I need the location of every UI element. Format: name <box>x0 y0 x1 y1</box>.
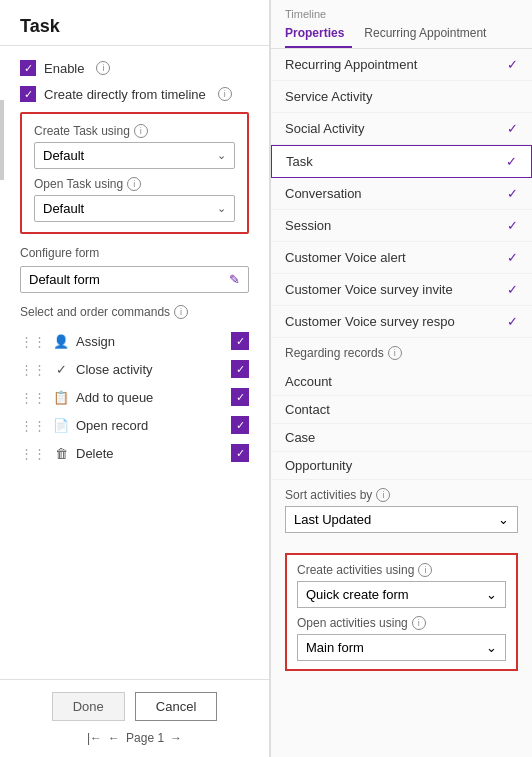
assign-drag-handle[interactable]: ⋮⋮ <box>20 334 46 349</box>
create-timeline-checkbox[interactable] <box>20 86 36 102</box>
session-checkmark: ✓ <box>507 218 518 233</box>
conversation-checkmark: ✓ <box>507 186 518 201</box>
cancel-button[interactable]: Cancel <box>135 692 217 721</box>
regarding-opportunity[interactable]: Opportunity <box>271 452 532 480</box>
open-activities-dropdown[interactable]: Main form ⌄ <box>297 634 506 661</box>
right-panel: Timeline Properties Recurring Appointmen… <box>270 0 532 757</box>
open-activities-info-icon[interactable]: i <box>412 616 426 630</box>
open-activities-value: Main form <box>306 640 364 655</box>
create-task-info-icon[interactable]: i <box>134 124 148 138</box>
enable-checkbox-row[interactable]: Enable i <box>20 60 249 76</box>
sort-info-icon[interactable]: i <box>376 488 390 502</box>
activity-social-activity[interactable]: Social Activity ✓ <box>271 113 532 145</box>
delete-check[interactable] <box>231 444 249 462</box>
social-checkmark: ✓ <box>507 121 518 136</box>
regarding-account[interactable]: Account <box>271 368 532 396</box>
sort-arrow: ⌄ <box>498 512 509 527</box>
open-record-check[interactable] <box>231 416 249 434</box>
recurring-checkmark: ✓ <box>507 57 518 72</box>
command-delete[interactable]: ⋮⋮ 🗑 Delete <box>20 439 249 467</box>
configure-form-row[interactable]: Default form ✎ <box>20 266 249 293</box>
cv-invite-checkmark: ✓ <box>507 282 518 297</box>
command-assign[interactable]: ⋮⋮ 👤 Assign <box>20 327 249 355</box>
cv-alert-checkmark: ✓ <box>507 250 518 265</box>
create-task-dropdown[interactable]: Default ⌄ <box>34 142 235 169</box>
create-timeline-info-icon[interactable]: i <box>218 87 232 101</box>
regarding-section: Regarding records i <box>271 338 532 368</box>
task-title: Task <box>0 0 269 46</box>
prev-page-arrow[interactable]: ← <box>108 731 120 745</box>
create-activities-label: Create activities using i <box>297 563 506 577</box>
enable-checkbox[interactable] <box>20 60 36 76</box>
right-panel-header: Timeline Properties Recurring Appointmen… <box>271 0 532 49</box>
activity-task[interactable]: Task ✓ <box>271 145 532 178</box>
activity-cv-invite[interactable]: Customer Voice survey invite ✓ <box>271 274 532 306</box>
close-activity-label: Close activity <box>76 362 225 377</box>
delete-drag-handle[interactable]: ⋮⋮ <box>20 446 46 461</box>
enable-info-icon[interactable]: i <box>96 61 110 75</box>
activity-name-cv-invite: Customer Voice survey invite <box>285 282 453 297</box>
open-activities-arrow: ⌄ <box>486 640 497 655</box>
activity-name-conversation: Conversation <box>285 186 362 201</box>
first-page-arrow[interactable]: |← <box>87 731 102 745</box>
regarding-info-icon[interactable]: i <box>388 346 402 360</box>
activity-conversation[interactable]: Conversation ✓ <box>271 178 532 210</box>
left-panel-body: Enable i Create directly from timeline i… <box>0 46 269 679</box>
left-panel: Task Enable i Create directly from timel… <box>0 0 270 757</box>
right-panel-body: Recurring Appointment ✓ Service Activity… <box>271 49 532 757</box>
close-activity-check[interactable] <box>231 360 249 378</box>
commands-section-label: Select and order commands i <box>20 305 249 319</box>
command-add-to-queue[interactable]: ⋮⋮ 📋 Add to queue <box>20 383 249 411</box>
open-record-drag-handle[interactable]: ⋮⋮ <box>20 418 46 433</box>
edit-icon[interactable]: ✎ <box>229 272 240 287</box>
cv-survey-checkmark: ✓ <box>507 314 518 329</box>
commands-info-icon[interactable]: i <box>174 305 188 319</box>
configure-form-label: Configure form <box>20 246 249 260</box>
activity-cv-alert[interactable]: Customer Voice alert ✓ <box>271 242 532 274</box>
create-activities-dropdown[interactable]: Quick create form ⌄ <box>297 581 506 608</box>
open-task-label: Open Task using i <box>34 177 235 191</box>
done-button[interactable]: Done <box>52 692 125 721</box>
command-open-record[interactable]: ⋮⋮ 📄 Open record <box>20 411 249 439</box>
enable-label: Enable <box>44 61 84 76</box>
activity-recurring-appointment[interactable]: Recurring Appointment ✓ <box>271 49 532 81</box>
command-close-activity[interactable]: ⋮⋮ ✓ Close activity <box>20 355 249 383</box>
activity-name-cv-survey: Customer Voice survey respo <box>285 314 455 329</box>
open-task-dropdown[interactable]: Default ⌄ <box>34 195 235 222</box>
regarding-contact[interactable]: Contact <box>271 396 532 424</box>
regarding-case[interactable]: Case <box>271 424 532 452</box>
activity-cv-survey[interactable]: Customer Voice survey respo ✓ <box>271 306 532 338</box>
open-activities-label: Open activities using i <box>297 616 506 630</box>
create-task-label: Create Task using i <box>34 124 235 138</box>
left-panel-footer: Done Cancel |← ← Page 1 → <box>0 679 269 757</box>
close-activity-icon: ✓ <box>52 362 70 377</box>
create-activities-value: Quick create form <box>306 587 409 602</box>
tab-recurring[interactable]: Recurring Appointment <box>364 22 494 48</box>
activities-form-config-box: Create activities using i Quick create f… <box>285 553 518 671</box>
activity-name-recurring: Recurring Appointment <box>285 57 417 72</box>
sort-dropdown[interactable]: Last Updated ⌄ <box>285 506 518 533</box>
next-page-arrow[interactable]: → <box>170 731 182 745</box>
sort-value: Last Updated <box>294 512 371 527</box>
sort-label: Sort activities by i <box>285 488 518 502</box>
close-activity-drag-handle[interactable]: ⋮⋮ <box>20 362 46 377</box>
activity-name-service: Service Activity <box>285 89 372 104</box>
edge-indicator <box>0 100 4 180</box>
add-queue-drag-handle[interactable]: ⋮⋮ <box>20 390 46 405</box>
delete-label: Delete <box>76 446 225 461</box>
tab-properties[interactable]: Properties <box>285 22 352 48</box>
create-activities-info-icon[interactable]: i <box>418 563 432 577</box>
open-task-info-icon[interactable]: i <box>127 177 141 191</box>
activity-name-task: Task <box>286 154 313 169</box>
assign-check[interactable] <box>231 332 249 350</box>
regarding-title: Regarding records i <box>285 346 518 360</box>
activity-session[interactable]: Session ✓ <box>271 210 532 242</box>
create-timeline-checkbox-row[interactable]: Create directly from timeline i <box>20 86 249 102</box>
open-task-arrow: ⌄ <box>217 202 226 215</box>
add-queue-check[interactable] <box>231 388 249 406</box>
open-record-label: Open record <box>76 418 225 433</box>
activity-service-activity[interactable]: Service Activity <box>271 81 532 113</box>
create-task-arrow: ⌄ <box>217 149 226 162</box>
pagination: |← ← Page 1 → <box>87 731 182 745</box>
add-queue-icon: 📋 <box>52 390 70 405</box>
